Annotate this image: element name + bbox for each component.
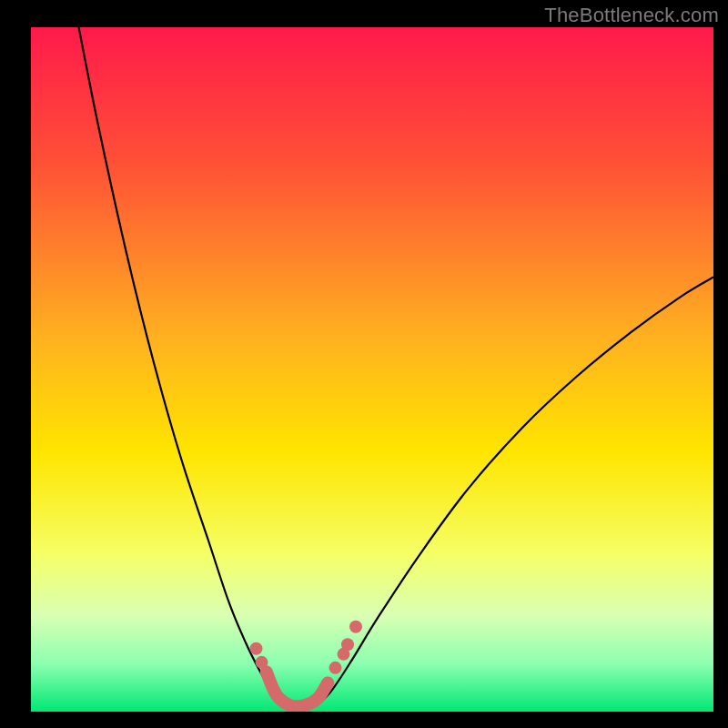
chart-stage: TheBottleneck.com — [0, 0, 728, 728]
marker-left-dots — [250, 642, 263, 655]
gradient-background — [31, 27, 713, 712]
marker-right-dots — [349, 621, 362, 633]
marker-right-dots — [341, 638, 354, 651]
marker-left-dots — [256, 656, 268, 669]
watermark-text: TheBottleneck.com — [544, 4, 719, 27]
bottleneck-chart — [0, 0, 728, 728]
marker-right-dots — [329, 662, 342, 674]
